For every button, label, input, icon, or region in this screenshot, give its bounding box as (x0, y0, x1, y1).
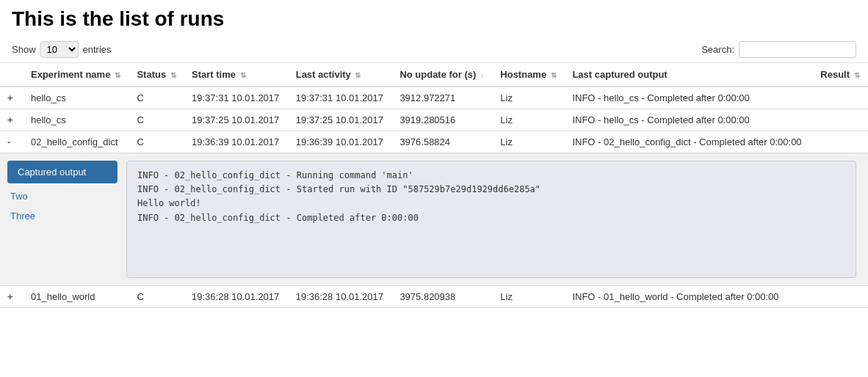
runs-table: Experiment name ⇅ Status ⇅ Start time ⇅ … (0, 62, 868, 308)
table-header: Experiment name ⇅ Status ⇅ Start time ⇅ … (0, 63, 868, 87)
col-result[interactable]: Result ⇅ (813, 63, 868, 87)
result-cell (813, 109, 868, 131)
show-label: Show (12, 44, 36, 55)
last-captured-cell: INFO - hello_cs - Completed after 0:00:0… (565, 109, 813, 131)
show-entries: Show 10 25 50 100 entries (12, 41, 112, 58)
log-line: INFO - 02_hello_config_dict - Running co… (137, 169, 845, 183)
expand-btn[interactable]: + (0, 109, 23, 131)
expand-btn[interactable]: + (7, 114, 16, 125)
sort-icon-status: ⇅ (170, 71, 176, 79)
result-cell (813, 87, 868, 109)
result-cell (813, 131, 868, 153)
last-captured-cell: INFO - 01_hello_world - Completed after … (565, 286, 813, 308)
expand-btn[interactable]: + (7, 291, 16, 302)
collapse-btn[interactable]: - (0, 131, 23, 153)
status-cell: C (129, 109, 184, 131)
experiment-name-cell: 01_hello_world (23, 286, 129, 308)
log-output-box: INFO - 02_hello_config_dict - Running co… (126, 161, 856, 278)
col-expand (0, 63, 23, 87)
col-no-update[interactable]: No update for (s) ↓ (392, 63, 493, 87)
entries-select[interactable]: 10 25 50 100 (40, 41, 79, 58)
expand-btn[interactable]: + (0, 87, 23, 109)
col-start-time[interactable]: Start time ⇅ (184, 63, 289, 87)
search-label: Search: (701, 44, 734, 55)
expanded-row: Captured outputTwoThreeINFO - 02_hello_c… (0, 153, 868, 286)
collapse-btn[interactable]: - (7, 136, 16, 147)
last-captured-cell: INFO - hello_cs - Completed after 0:00:0… (565, 87, 813, 109)
start-time-cell: 19:37:25 10.01.2017 (184, 109, 289, 131)
hostname-cell: Liz (493, 109, 565, 131)
status-cell: C (129, 87, 184, 109)
sidebar-link-three[interactable]: Three (7, 209, 117, 223)
controls-bar: Show 10 25 50 100 entries Search: (0, 37, 868, 62)
log-line: INFO - 02_hello_config_dict - Started ru… (137, 183, 845, 197)
search-bar: Search: (701, 41, 856, 58)
last-activity-cell: 19:37:25 10.01.2017 (289, 109, 393, 131)
last-activity-cell: 19:37:31 10.01.2017 (289, 87, 393, 109)
last-captured-cell: INFO - 02_hello_config_dict - Completed … (565, 131, 813, 153)
entries-label: entries (83, 44, 112, 55)
sort-icon-result: ⇅ (854, 71, 860, 79)
table-row: +hello_csC19:37:31 10.01.201719:37:31 10… (0, 87, 868, 109)
hostname-cell: Liz (493, 131, 565, 153)
start-time-cell: 19:36:28 10.01.2017 (184, 286, 289, 308)
table-row: -02_hello_config_dictC19:36:39 10.01.201… (0, 131, 868, 153)
sort-icon-hostname: ⇅ (551, 71, 557, 79)
table-row: +01_hello_worldC19:36:28 10.01.201719:36… (0, 286, 868, 308)
log-line: INFO - 02_hello_config_dict - Completed … (137, 211, 845, 225)
status-cell: C (129, 286, 184, 308)
experiment-name-cell: 02_hello_config_dict (23, 131, 129, 153)
col-status[interactable]: Status ⇅ (129, 63, 184, 87)
expand-btn[interactable]: + (0, 286, 23, 308)
col-last-activity[interactable]: Last activity ⇅ (289, 63, 393, 87)
sidebar-link-two[interactable]: Two (7, 189, 117, 203)
sort-icon-start: ⇅ (240, 71, 246, 79)
start-time-cell: 19:37:31 10.01.2017 (184, 87, 289, 109)
sort-icon-activity: ⇅ (355, 71, 361, 79)
no-update-cell: 3976.58824 (392, 131, 493, 153)
captured-output-button[interactable]: Captured output (7, 161, 117, 183)
last-activity-cell: 19:36:28 10.01.2017 (289, 286, 393, 308)
experiment-name-cell: hello_cs (23, 109, 129, 131)
result-cell (813, 286, 868, 308)
expanded-content: Captured outputTwoThreeINFO - 02_hello_c… (0, 153, 868, 285)
experiment-name-cell: hello_cs (23, 87, 129, 109)
page-title: This is the list of runs (0, 0, 868, 37)
last-activity-cell: 19:36:39 10.01.2017 (289, 131, 393, 153)
start-time-cell: 19:36:39 10.01.2017 (184, 131, 289, 153)
hostname-cell: Liz (493, 87, 565, 109)
table-body: +hello_csC19:37:31 10.01.201719:37:31 10… (0, 87, 868, 308)
search-input[interactable] (739, 41, 856, 58)
no-update-cell: 3919.280516 (392, 109, 493, 131)
no-update-cell: 3912.972271 (392, 87, 493, 109)
expand-btn[interactable]: + (7, 92, 16, 103)
sort-icon-experiment: ⇅ (115, 71, 120, 79)
col-last-captured[interactable]: Last captured output (565, 63, 813, 87)
no-update-cell: 3975.820938 (392, 286, 493, 308)
table-row: +hello_csC19:37:25 10.01.201719:37:25 10… (0, 109, 868, 131)
col-experiment-name[interactable]: Experiment name ⇅ (23, 63, 129, 87)
col-hostname[interactable]: Hostname ⇅ (493, 63, 565, 87)
sort-icon-noupdate: ↓ (480, 71, 484, 79)
status-cell: C (129, 131, 184, 153)
log-line: Hello world! (137, 197, 845, 211)
expanded-sidebar: Captured outputTwoThree (7, 161, 117, 278)
hostname-cell: Liz (493, 286, 565, 308)
